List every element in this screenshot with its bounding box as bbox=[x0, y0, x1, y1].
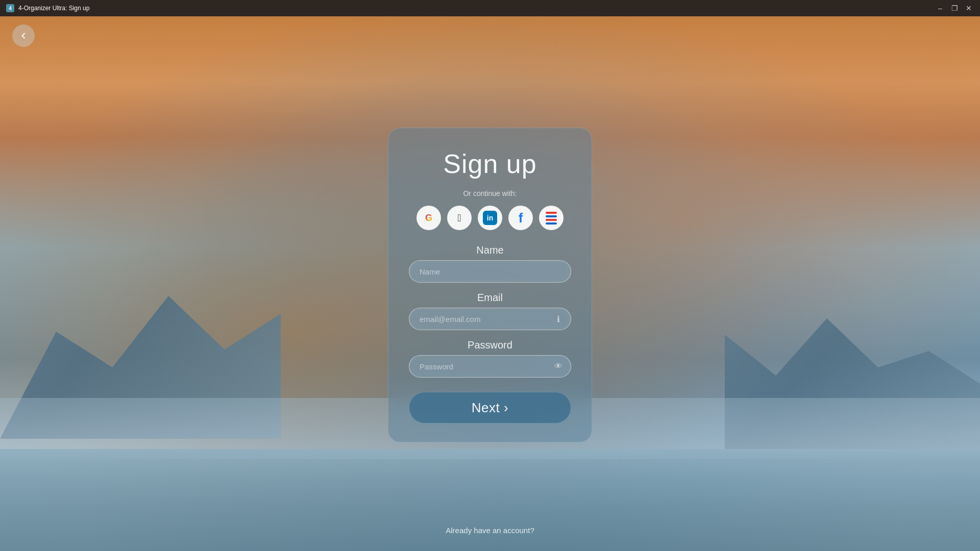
back-button[interactable] bbox=[12, 24, 35, 47]
password-input[interactable] bbox=[409, 355, 571, 378]
close-button[interactable]: ✕ bbox=[964, 3, 974, 13]
titlebar-title: 4 4-Organizer Ultra: Sign up bbox=[6, 4, 89, 12]
water bbox=[0, 449, 980, 551]
google-signin-button[interactable]: G bbox=[416, 206, 441, 230]
apple-signin-button[interactable]:  bbox=[447, 206, 472, 230]
titlebar-controls: – ❐ ✕ bbox=[935, 3, 974, 13]
email-label: Email bbox=[409, 292, 571, 304]
google-icon: G bbox=[425, 213, 432, 223]
signup-card: Sign up Or continue with: G  in f bbox=[388, 128, 592, 442]
name-label: Name bbox=[409, 244, 571, 256]
already-account-link[interactable]: Already have an account? bbox=[446, 526, 534, 535]
titlebar: 4 4-Organizer Ultra: Sign up – ❐ ✕ bbox=[0, 0, 980, 16]
titlebar-text: 4-Organizer Ultra: Sign up bbox=[18, 5, 89, 12]
page-title: Sign up bbox=[409, 148, 571, 179]
minimize-button[interactable]: – bbox=[935, 3, 945, 13]
linkedin-icon: in bbox=[483, 211, 497, 225]
facebook-icon: f bbox=[519, 210, 523, 226]
fourorg-icon bbox=[544, 211, 558, 225]
email-input[interactable] bbox=[409, 308, 571, 330]
name-field-wrapper bbox=[409, 260, 571, 283]
apple-icon:  bbox=[457, 212, 461, 224]
password-toggle-icon[interactable]: 👁 bbox=[553, 361, 564, 372]
facebook-signin-button[interactable]: f bbox=[508, 206, 533, 230]
password-field-wrapper: 👁 bbox=[409, 355, 571, 378]
fourorganizer-signin-button[interactable] bbox=[539, 206, 564, 230]
social-buttons-row: G  in f bbox=[409, 206, 571, 230]
restore-button[interactable]: ❐ bbox=[949, 3, 960, 13]
email-info-icon[interactable]: ℹ bbox=[553, 313, 564, 324]
name-input[interactable] bbox=[409, 260, 571, 283]
password-label: Password bbox=[409, 339, 571, 351]
email-field-wrapper: ℹ bbox=[409, 308, 571, 330]
or-continue-label: Or continue with: bbox=[409, 189, 571, 197]
app-icon: 4 bbox=[6, 4, 14, 12]
linkedin-signin-button[interactable]: in bbox=[478, 206, 502, 230]
next-button[interactable]: Next › bbox=[409, 392, 571, 423]
